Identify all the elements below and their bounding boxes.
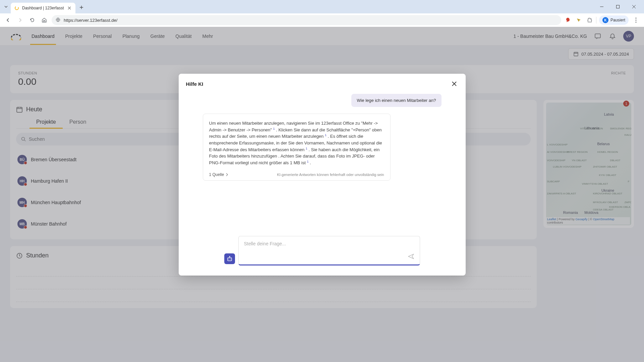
- site-info-icon[interactable]: [56, 17, 61, 23]
- profile-chip[interactable]: K Pausiert: [599, 15, 629, 25]
- send-icon[interactable]: [407, 252, 415, 260]
- tab-close-icon[interactable]: [67, 5, 72, 11]
- robot-button[interactable]: [224, 253, 235, 264]
- svg-rect-1: [617, 5, 620, 8]
- extension-icon-2[interactable]: [575, 16, 583, 24]
- ai-response-text: Um einen neuen Mitarbeiter anzulegen, na…: [209, 120, 384, 166]
- reload-button[interactable]: [27, 15, 37, 25]
- ai-response-card: Um einen neuen Mitarbeiter anzulegen, na…: [203, 114, 391, 181]
- browser-toolbar: https://server.123erfasst.de/ K Pausiert: [0, 13, 644, 27]
- source-count-link[interactable]: 1 Quelle: [209, 172, 229, 177]
- address-bar[interactable]: https://server.123erfasst.de/: [52, 15, 561, 25]
- svg-point-13: [230, 259, 231, 259]
- svg-point-3: [636, 18, 637, 19]
- modal-overlay: Hilfe KI Wie lege ich einen neuen Mitarb…: [0, 27, 644, 362]
- browser-tab-strip: Dashboard | 123erfasst: [0, 0, 644, 13]
- tab-search-dropdown[interactable]: [3, 3, 9, 10]
- svg-point-5: [636, 22, 637, 23]
- question-input-box[interactable]: [238, 236, 420, 265]
- forward-button[interactable]: [15, 15, 25, 25]
- question-textarea[interactable]: [244, 241, 414, 252]
- svg-rect-11: [228, 258, 232, 261]
- help-ai-modal: Hilfe KI Wie lege ich einen neuen Mitarb…: [179, 74, 466, 276]
- window-minimize-button[interactable]: [594, 1, 609, 12]
- close-icon[interactable]: [450, 80, 458, 88]
- window-close-button[interactable]: [627, 1, 641, 12]
- new-tab-button[interactable]: [77, 3, 86, 12]
- modal-title: Hilfe KI: [186, 81, 203, 87]
- svg-point-4: [636, 20, 637, 21]
- extensions-button[interactable]: [585, 16, 593, 24]
- browser-tab-active[interactable]: Dashboard | 123erfasst: [11, 3, 75, 13]
- ai-disclaimer: KI-generierte Antworten können fehlerhaf…: [277, 173, 384, 177]
- svg-point-12: [228, 259, 229, 259]
- home-button[interactable]: [40, 15, 49, 25]
- tab-favicon: [14, 5, 19, 11]
- tab-title: Dashboard | 123erfasst: [22, 6, 64, 10]
- extension-icon-1[interactable]: [564, 16, 572, 24]
- profile-avatar-icon: K: [602, 17, 608, 23]
- url-text: https://server.123erfasst.de/: [64, 18, 117, 23]
- window-maximize-button[interactable]: [610, 1, 625, 12]
- svg-point-0: [15, 6, 18, 10]
- profile-status: Pausiert: [610, 18, 625, 22]
- chevron-right-icon: [225, 173, 229, 176]
- back-button[interactable]: [3, 15, 13, 25]
- user-message: Wie lege ich einen neuen Mitarbeiter an?: [351, 94, 441, 107]
- browser-menu-button[interactable]: [631, 15, 641, 25]
